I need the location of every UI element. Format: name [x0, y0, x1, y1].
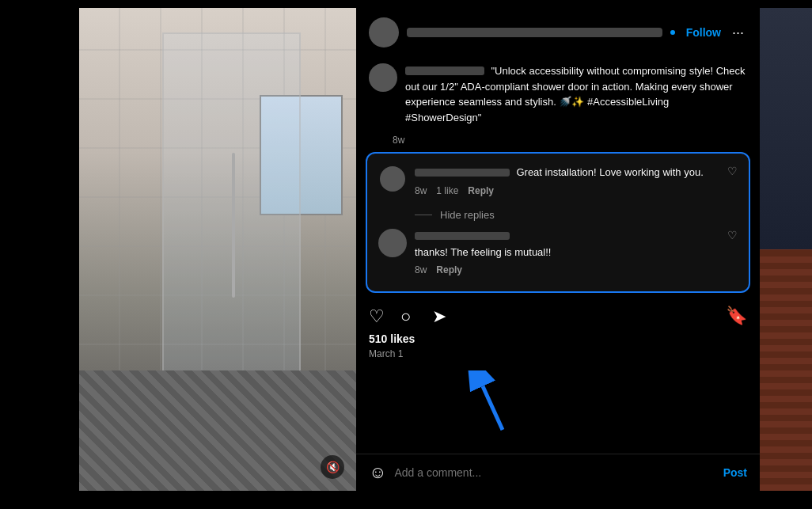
comment-input-row: ☺ Post — [356, 454, 760, 491]
share-icon[interactable]: ➤ — [432, 306, 451, 325]
comment1-body: Great installation! Love working with yo… — [415, 165, 719, 196]
comment-input[interactable] — [394, 466, 715, 479]
post-detail-panel: Follow ··· "Unlock accessibility without… — [356, 8, 760, 491]
comment-row-1: Great installation! Love working with yo… — [378, 165, 738, 196]
post-header: Follow ··· — [356, 8, 760, 57]
comment-row-2: thanks! The feeling is mutual!! 8w Reply… — [378, 229, 738, 276]
post-image: 🔇 — [79, 8, 356, 491]
comment2-avatar — [378, 229, 407, 257]
comment2-text: thanks! The feeling is mutual!! — [415, 245, 719, 260]
post-date: March 1 — [356, 347, 760, 366]
post-comment-button[interactable]: Post — [723, 466, 747, 479]
hide-replies-button[interactable]: Hide replies — [440, 209, 495, 221]
caption-area: "Unlock accessibility without compromisi… — [356, 57, 760, 131]
post-actions-bar: ♡ ○ ➤ 🔖 — [356, 299, 760, 329]
comment-icon[interactable]: ○ — [400, 306, 419, 325]
comment1-heart-icon[interactable]: ♡ — [727, 165, 738, 177]
comment1-actions: 8w 1 like Reply — [415, 185, 719, 196]
comment2-actions: 8w Reply — [415, 264, 719, 275]
follow-dot — [670, 30, 675, 35]
emoji-button[interactable]: ☺ — [369, 462, 386, 483]
comment1-likes: 1 like — [436, 185, 458, 196]
comment2-body: thanks! The feeling is mutual!! 8w Reply — [415, 229, 719, 276]
comment1-time: 8w — [415, 185, 427, 196]
like-icon[interactable]: ♡ — [369, 306, 388, 325]
caption-username — [405, 66, 484, 75]
comments-highlight-box: Great installation! Love working with yo… — [366, 152, 750, 293]
comment2-reply-button[interactable]: Reply — [436, 264, 462, 275]
hide-replies-row: Hide replies — [378, 204, 738, 229]
likes-count: 510 likes — [356, 329, 760, 347]
caption-avatar — [369, 63, 397, 92]
caption-timestamp: 8w — [356, 131, 760, 146]
more-options-button[interactable]: ··· — [729, 25, 747, 41]
poster-avatar[interactable] — [369, 17, 399, 47]
comment2-heart-icon[interactable]: ♡ — [727, 229, 738, 241]
comment1-username — [415, 169, 510, 177]
hide-replies-line — [415, 215, 432, 215]
comment1-avatar — [378, 165, 407, 193]
comment2-time: 8w — [415, 264, 427, 275]
mute-button[interactable]: 🔇 — [321, 455, 344, 479]
follow-button[interactable]: Follow — [686, 26, 721, 39]
comment1-reply-button[interactable]: Reply — [468, 185, 494, 196]
comment1-text: Great installation! Love working with yo… — [516, 166, 703, 178]
comment2-username — [415, 232, 510, 240]
bookmark-icon[interactable]: 🔖 — [726, 306, 747, 326]
poster-username — [407, 28, 662, 37]
